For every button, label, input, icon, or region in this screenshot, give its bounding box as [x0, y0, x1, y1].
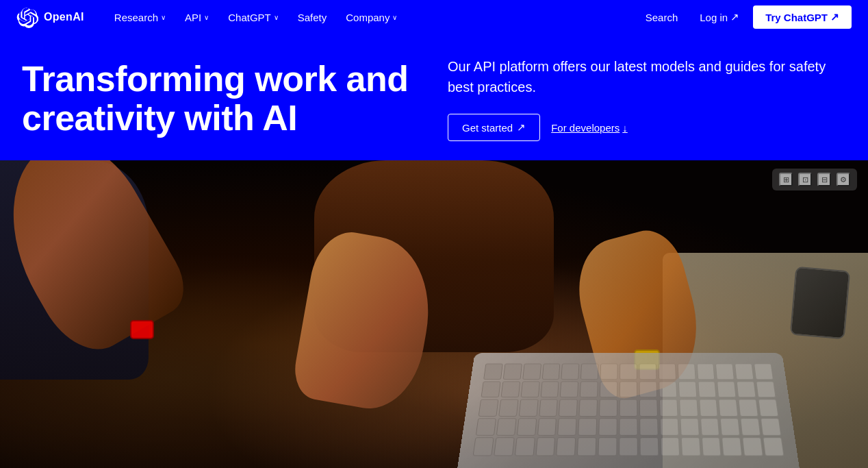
- scene-background: [0, 160, 868, 468]
- key: [520, 381, 539, 397]
- key: [478, 399, 499, 417]
- watch-left: [130, 320, 154, 339]
- keyboard-keys: [473, 364, 784, 456]
- key: [498, 399, 518, 417]
- key: [519, 399, 539, 417]
- key: [517, 418, 537, 436]
- hero-title: Transforming work and creativity with AI: [22, 60, 420, 138]
- key: [522, 364, 541, 380]
- key: [541, 364, 560, 380]
- key: [620, 399, 638, 417]
- key: [658, 364, 676, 380]
- key: [700, 418, 720, 436]
- key: [578, 418, 598, 436]
- nav-company[interactable]: Company ∨: [337, 6, 405, 29]
- list-view-button[interactable]: ⊟: [817, 173, 831, 186]
- nav-chatgpt[interactable]: ChatGPT ∨: [220, 6, 287, 29]
- company-chevron-icon: ∨: [392, 14, 397, 21]
- search-link[interactable]: Search: [637, 6, 687, 29]
- key: [720, 418, 740, 436]
- key: [737, 381, 756, 397]
- key: [699, 399, 718, 417]
- key: [698, 381, 717, 397]
- nav-actions: Search Log in ↗ Try ChatGPT ↗: [637, 5, 852, 29]
- hero-left: Transforming work and creativity with AI: [22, 60, 420, 138]
- hero-image-section: ⊞ ⊡ ⊟ ⚙: [0, 160, 868, 468]
- key: [496, 418, 517, 436]
- key: [743, 438, 763, 456]
- key: [577, 438, 596, 456]
- main-nav: OpenAI Research ∨ API ∨ ChatGPT ∨ Safety…: [0, 0, 868, 34]
- chatgpt-chevron-icon: ∨: [274, 14, 279, 21]
- try-arrow-icon: ↗: [830, 11, 839, 23]
- image-controls: ⊞ ⊡ ⊟ ⚙: [772, 169, 857, 190]
- key: [735, 364, 754, 380]
- key: [483, 364, 503, 380]
- for-developers-link[interactable]: For developers ↓: [551, 122, 628, 134]
- hero-description: Our API platform offers our latest model…: [448, 56, 846, 97]
- try-chatgpt-button[interactable]: Try ChatGPT ↗: [753, 5, 852, 29]
- key: [719, 399, 739, 417]
- key: [619, 438, 638, 456]
- key: [599, 399, 617, 417]
- settings-button[interactable]: ⚙: [837, 173, 850, 186]
- key: [580, 364, 598, 380]
- key: [717, 381, 737, 397]
- key: [600, 364, 618, 380]
- key: [558, 418, 577, 436]
- brand-logo[interactable]: OpenAI: [16, 6, 84, 28]
- key: [660, 418, 679, 436]
- hero-right: Our API platform offers our latest model…: [448, 56, 846, 141]
- key: [639, 418, 658, 436]
- key: [763, 438, 784, 456]
- key: [540, 381, 559, 397]
- key: [722, 438, 743, 456]
- for-devs-arrow-icon: ↓: [622, 122, 628, 134]
- login-arrow-icon: ↗: [730, 11, 739, 23]
- key: [481, 381, 500, 397]
- key: [537, 418, 557, 436]
- key: [639, 364, 656, 380]
- key: [500, 381, 520, 397]
- laptop-keyboard: [457, 353, 800, 468]
- hero-buttons: Get started ↗ For developers ↓: [448, 114, 846, 141]
- get-started-arrow-icon: ↗: [517, 121, 526, 134]
- key: [761, 418, 781, 436]
- api-chevron-icon: ∨: [204, 14, 209, 21]
- key: [561, 364, 580, 380]
- key: [756, 381, 776, 397]
- key: [620, 364, 637, 380]
- nav-safety[interactable]: Safety: [290, 6, 335, 29]
- key: [515, 438, 535, 456]
- nav-research[interactable]: Research ∨: [106, 6, 174, 29]
- key: [535, 438, 555, 456]
- key: [619, 418, 637, 436]
- key: [715, 364, 735, 380]
- key: [600, 381, 617, 397]
- get-started-button[interactable]: Get started ↗: [448, 114, 540, 141]
- key: [739, 399, 758, 417]
- key: [741, 418, 761, 436]
- key: [580, 381, 598, 397]
- hero-section: Transforming work and creativity with AI…: [0, 34, 868, 160]
- key: [680, 438, 700, 456]
- hero-image: [0, 160, 868, 468]
- key: [754, 364, 774, 380]
- key: [678, 381, 697, 397]
- single-view-button[interactable]: ⊡: [798, 173, 812, 186]
- login-link[interactable]: Log in ↗: [691, 5, 748, 29]
- nav-api[interactable]: API ∨: [177, 6, 217, 29]
- key: [503, 364, 522, 380]
- key: [579, 399, 598, 417]
- grid-view-button[interactable]: ⊞: [779, 173, 793, 186]
- key: [679, 399, 698, 417]
- key: [758, 399, 779, 417]
- brand-name: OpenAI: [44, 11, 84, 23]
- key: [620, 381, 637, 397]
- key: [702, 438, 722, 456]
- phone-device: [790, 266, 850, 339]
- key: [659, 399, 678, 417]
- research-chevron-icon: ∨: [161, 14, 166, 21]
- key: [560, 381, 578, 397]
- key: [696, 364, 715, 380]
